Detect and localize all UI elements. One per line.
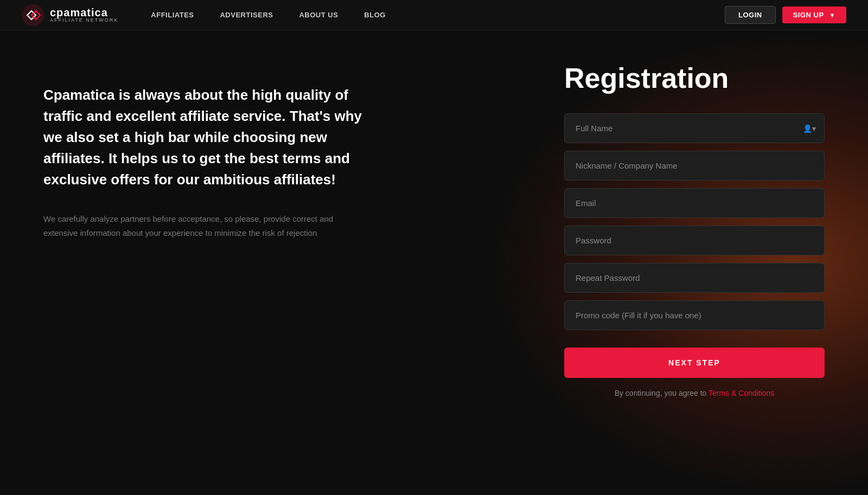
promo-input[interactable] [564,300,825,330]
email-group [564,188,825,218]
logo-icon [22,4,44,27]
chevron-down-icon: ▼ [829,12,835,18]
terms-link[interactable]: Terms & Conditions [709,389,774,397]
main-headline: Cpamatica is always about the high quali… [43,85,380,190]
sub-text: We carefully analyze partners before acc… [43,212,358,240]
repeat-password-group [564,263,825,293]
nav-link-advertisers[interactable]: ADVERTISERS [220,11,273,19]
nav-link-blog[interactable]: BLOG [364,11,386,19]
terms-text: By continuing, you agree to Terms & Cond… [564,389,825,397]
registration-panel: Registration 👤▾ NEXT STEP By continuing,… [564,30,868,495]
nav-link-affiliates[interactable]: AFFILIATES [151,11,194,19]
logo-brand: cpamatica [50,7,118,18]
nickname-group [564,151,825,181]
nickname-input[interactable] [564,151,825,181]
promo-group [564,300,825,330]
password-input[interactable] [564,226,825,255]
page-title: Registration [564,63,825,94]
nav-link-about-us[interactable]: ABOUT US [299,11,338,19]
signup-button[interactable]: SIGN UP ▼ [782,7,846,23]
repeat-password-input[interactable] [564,263,825,293]
password-group [564,226,825,255]
email-input[interactable] [564,188,825,218]
left-panel: Cpamatica is always about the high quali… [0,30,564,495]
logo-sub: AFFILIATE NETWORK [50,18,118,23]
full-name-input[interactable] [564,113,825,143]
logo[interactable]: cpamatica AFFILIATE NETWORK [22,4,118,27]
login-button[interactable]: LOGIN [725,6,776,24]
full-name-group: 👤▾ [564,113,825,143]
next-step-button[interactable]: NEXT STEP [564,348,825,378]
